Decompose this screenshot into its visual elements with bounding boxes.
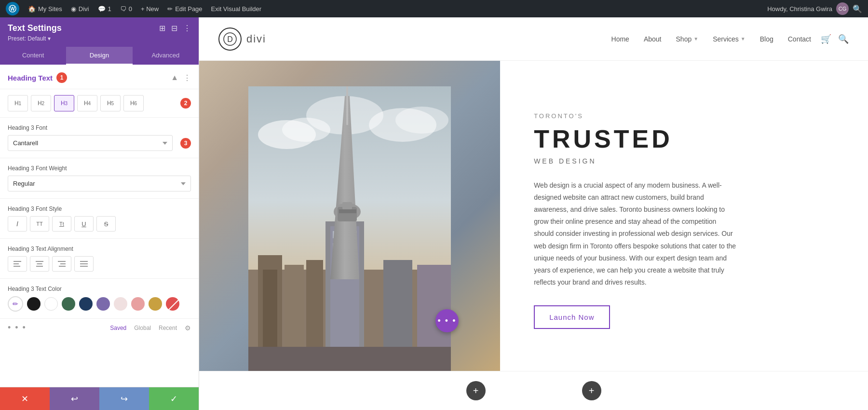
small-caps-button[interactable]: TT	[30, 216, 49, 232]
panel-content: Heading Text 1 ▲ ⋮ H1 H2 H3 H4 H5 H6 2	[0, 65, 199, 387]
align-center-button[interactable]	[30, 256, 49, 272]
h1-button[interactable]: H1	[8, 95, 28, 111]
color-swatch-navy[interactable]	[79, 297, 93, 311]
color-swatch-white[interactable]	[44, 297, 58, 311]
svg-rect-11	[80, 261, 88, 262]
h6-button[interactable]: H6	[123, 95, 144, 111]
logo-circle-icon: D	[218, 27, 242, 51]
columns-icon[interactable]: ⊟	[171, 24, 177, 33]
badge-2: 2	[180, 98, 191, 109]
align-left-button[interactable]	[8, 256, 27, 272]
gear-icon[interactable]: ⚙	[185, 324, 191, 332]
redo-button[interactable]: ↪	[99, 387, 149, 410]
nav-home[interactable]: Home	[611, 35, 629, 43]
shop-chevron-icon: ▼	[693, 36, 698, 41]
minimize-icon[interactable]: ⊞	[159, 24, 165, 33]
page-content: TORONTO'S TRUSTED WEB DESIGN Web design …	[199, 61, 868, 371]
align-justify-button[interactable]	[74, 256, 94, 272]
tab-design[interactable]: Design	[66, 47, 132, 65]
panel-header: Text Settings ⊞ ⊟ ⋮ Preset: Default ▾	[0, 17, 199, 47]
heading3-font-label: Heading 3 Font	[8, 124, 191, 131]
tab-content[interactable]: Content	[0, 47, 66, 65]
hero-description: Web design is a crucial aspect of any mo…	[534, 179, 736, 289]
svg-point-21	[395, 107, 448, 134]
collapse-icon[interactable]: ▲	[171, 73, 178, 82]
edit-page-link[interactable]: ✏ Edit Page	[167, 5, 202, 13]
svg-rect-8	[58, 261, 66, 262]
color-swatch-red[interactable]	[166, 297, 179, 311]
panel-header-icons: ⊞ ⊟ ⋮	[159, 24, 191, 33]
italic-button[interactable]: I	[8, 216, 27, 232]
cancel-button[interactable]: ✕	[0, 387, 50, 410]
nav-services[interactable]: Services ▼	[713, 35, 746, 43]
color-footer: • • • Saved Global Recent ⚙	[0, 319, 199, 337]
svg-text:D: D	[227, 35, 233, 43]
color-footer-links: Saved Global Recent ⚙	[110, 324, 191, 332]
heading3-text-color-label: Heading 3 Text Color	[8, 286, 191, 292]
notes-link[interactable]: 🗨 0	[120, 5, 132, 13]
settings-panel: Text Settings ⊞ ⊟ ⋮ Preset: Default ▾ Co…	[0, 17, 199, 410]
home-icon: 🏠	[28, 5, 36, 13]
underline-button[interactable]: U	[74, 216, 94, 232]
svg-rect-13	[80, 266, 88, 267]
svg-rect-37	[248, 347, 451, 371]
add-section-button-1[interactable]: +	[466, 381, 486, 400]
color-swatch-pink[interactable]	[131, 297, 145, 311]
strikethrough-button[interactable]: S	[96, 216, 116, 232]
launch-now-button[interactable]: Launch Now	[534, 305, 610, 329]
color-swatch-gold[interactable]	[149, 297, 162, 311]
search-icon[interactable]: 🔍	[838, 34, 849, 44]
nav-contact[interactable]: Contact	[788, 35, 811, 43]
hero-text-column: TORONTO'S TRUSTED WEB DESIGN Web design …	[500, 61, 868, 371]
heading-buttons-row: H1 H2 H3 H4 H5 H6 2	[0, 89, 199, 118]
svg-rect-10	[59, 266, 66, 267]
color-swatch-green[interactable]	[62, 297, 75, 311]
section-more-icon[interactable]: ⋮	[183, 73, 191, 82]
heading3-text-alignment-label: Heading 3 Text Alignment	[8, 246, 191, 252]
heading3-text-alignment-section: Heading 3 Text Alignment	[0, 239, 199, 279]
h5-button[interactable]: H5	[100, 95, 121, 111]
more-options-icon[interactable]: ⋮	[183, 24, 191, 33]
preset-selector[interactable]: Preset: Default ▾	[8, 35, 191, 42]
purple-fab-menu[interactable]: • • •	[435, 309, 459, 332]
undo-button[interactable]: ↩	[50, 387, 99, 410]
color-picker-button[interactable]: ✏	[8, 296, 23, 312]
add-buttons-row: + +	[199, 371, 868, 410]
exit-visual-builder-link[interactable]: Exit Visual Builder	[211, 5, 262, 13]
nav-shop[interactable]: Shop ▼	[676, 35, 699, 43]
new-content-menu[interactable]: + New	[141, 5, 159, 13]
more-swatches-button[interactable]: • • •	[8, 323, 27, 333]
save-button[interactable]: ✓	[149, 387, 199, 410]
h2-button[interactable]: H2	[31, 95, 51, 111]
recent-link[interactable]: Recent	[159, 325, 177, 331]
all-caps-button[interactable]: Tt	[52, 216, 71, 232]
svg-line-14	[169, 300, 178, 310]
color-swatch-purple[interactable]	[96, 297, 110, 311]
comments-link[interactable]: 💬 1	[98, 5, 111, 13]
panel-title: Text Settings	[8, 23, 62, 33]
nav-blog[interactable]: Blog	[760, 35, 773, 43]
section-title: Heading Text 1	[8, 72, 67, 83]
search-icon[interactable]: 🔍	[853, 4, 862, 14]
add-section-button-2[interactable]: +	[582, 381, 601, 400]
divi-icon: ◉	[71, 5, 76, 13]
svg-rect-41	[342, 202, 352, 209]
align-right-button[interactable]	[52, 256, 71, 272]
svg-rect-5	[36, 261, 43, 262]
my-sites-menu[interactable]: 🏠 My Sites	[28, 5, 62, 13]
cart-icon[interactable]: 🛒	[821, 34, 831, 44]
wp-logo-icon[interactable]: W	[6, 2, 19, 15]
color-swatch-black[interactable]	[27, 297, 41, 311]
heading3-font-select[interactable]: Cantarell	[8, 135, 173, 151]
color-swatch-pink-light[interactable]	[114, 297, 127, 311]
global-link[interactable]: Global	[134, 325, 151, 331]
nav-about[interactable]: About	[644, 35, 662, 43]
hero-subtitle: TORONTO'S	[534, 112, 839, 120]
h4-button[interactable]: H4	[77, 95, 97, 111]
h3-button[interactable]: H3	[54, 95, 74, 111]
user-menu[interactable]: Howdy, Christina Gwira CG 🔍	[767, 2, 862, 15]
heading3-font-weight-select[interactable]: Regular Bold Light	[8, 176, 191, 191]
saved-link[interactable]: Saved	[110, 325, 126, 331]
tab-advanced[interactable]: Advanced	[133, 47, 199, 65]
site-name-link[interactable]: ◉ Divi	[71, 5, 89, 13]
